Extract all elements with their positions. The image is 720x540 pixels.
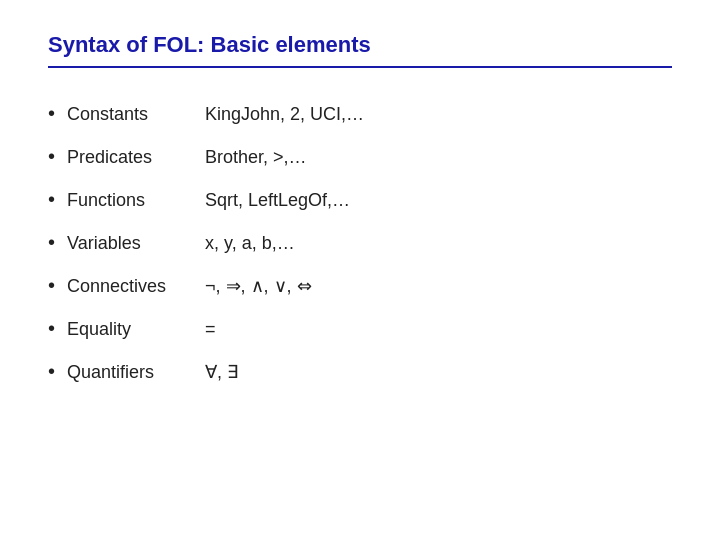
bullet-icon: •: [48, 188, 55, 211]
list-item: • Equality =: [48, 307, 672, 350]
bullet-icon: •: [48, 102, 55, 125]
list-item: • Quantifiers ∀, ∃: [48, 350, 672, 393]
list-item: • Constants KingJohn, 2, UCI,…: [48, 92, 672, 135]
term-value: KingJohn, 2, UCI,…: [205, 104, 364, 125]
term-value: Brother, >,…: [205, 147, 307, 168]
bullet-icon: •: [48, 145, 55, 168]
item-list: • Constants KingJohn, 2, UCI,… • Predica…: [48, 92, 672, 393]
term-label: Connectives: [67, 276, 197, 297]
slide-title: Syntax of FOL: Basic elements: [48, 32, 672, 58]
term-value: x, y, a, b,…: [205, 233, 295, 254]
bullet-icon: •: [48, 360, 55, 383]
slide-container: Syntax of FOL: Basic elements • Constant…: [0, 0, 720, 540]
list-item: • Variables x, y, a, b,…: [48, 221, 672, 264]
term-label: Constants: [67, 104, 197, 125]
list-item: • Predicates Brother, >,…: [48, 135, 672, 178]
term-value: Sqrt, LeftLegOf,…: [205, 190, 350, 211]
bullet-icon: •: [48, 231, 55, 254]
term-label: Quantifiers: [67, 362, 197, 383]
title-divider: [48, 66, 672, 68]
list-item: • Connectives ¬, ⇒, ∧, ∨, ⇔: [48, 264, 672, 307]
bullet-icon: •: [48, 274, 55, 297]
term-label: Predicates: [67, 147, 197, 168]
term-value: ∀, ∃: [205, 361, 238, 383]
term-label: Equality: [67, 319, 197, 340]
term-label: Variables: [67, 233, 197, 254]
term-value: =: [205, 319, 216, 340]
list-item: • Functions Sqrt, LeftLegOf,…: [48, 178, 672, 221]
term-label: Functions: [67, 190, 197, 211]
bullet-icon: •: [48, 317, 55, 340]
term-value: ¬, ⇒, ∧, ∨, ⇔: [205, 275, 312, 297]
